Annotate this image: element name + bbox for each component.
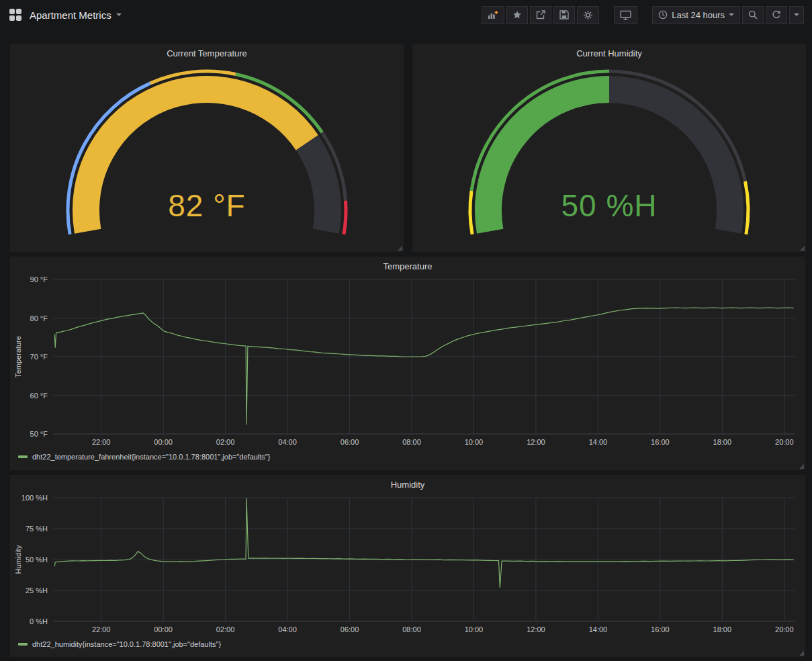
svg-text:12:00: 12:00 <box>527 438 545 446</box>
panel-humidity-graph: Humidity 22:0000:0002:0004:0006:0008:001… <box>10 475 805 657</box>
svg-text:60 °F: 60 °F <box>30 392 48 400</box>
grafana-menu-icon[interactable] <box>9 9 21 21</box>
svg-text:04:00: 04:00 <box>278 438 297 446</box>
temperature-gauge <box>10 61 404 238</box>
panel-resize-handle[interactable] <box>398 246 402 251</box>
refresh-icon <box>772 10 781 19</box>
svg-text:100 %H: 100 %H <box>21 494 48 502</box>
svg-text:16:00: 16:00 <box>651 625 670 633</box>
add-panel-icon <box>488 10 498 19</box>
svg-text:25 %H: 25 %H <box>26 586 48 594</box>
svg-text:20:00: 20:00 <box>775 625 794 633</box>
navbar-actions: Last 24 hours <box>482 6 804 24</box>
zoom-out-button[interactable] <box>742 6 764 24</box>
svg-text:22:00: 22:00 <box>92 625 111 633</box>
share-dashboard-button[interactable] <box>530 6 551 24</box>
legend-label: dht22_temperature_fahrenheit{instance="1… <box>32 453 270 461</box>
dashboard-title-dropdown[interactable]: Apartment Metrics <box>30 9 122 21</box>
magnifier-icon <box>748 10 758 19</box>
cycle-view-button[interactable] <box>614 6 637 24</box>
save-icon <box>559 10 569 19</box>
legend-item[interactable]: dht22_humidity{instance="10.0.1.78:8001"… <box>10 637 805 648</box>
svg-text:50 °F: 50 °F <box>30 430 48 438</box>
svg-text:00:00: 00:00 <box>154 438 173 446</box>
refresh-button[interactable] <box>766 6 787 24</box>
panel-title[interactable]: Temperature <box>10 257 805 274</box>
panel-resize-handle[interactable] <box>800 246 805 251</box>
svg-text:10:00: 10:00 <box>465 625 484 633</box>
star-dashboard-button[interactable] <box>506 6 528 24</box>
svg-text:Temperature: Temperature <box>14 336 22 378</box>
gauge-row: Current Temperature 82 °F Current Humidi… <box>10 44 805 252</box>
legend-item[interactable]: dht22_temperature_fahrenheit{instance="1… <box>10 450 805 461</box>
time-range-picker[interactable]: Last 24 hours <box>652 6 740 24</box>
svg-text:02:00: 02:00 <box>216 625 235 633</box>
time-range-label: Last 24 hours <box>672 10 725 20</box>
svg-text:0 %H: 0 %H <box>30 617 48 625</box>
humidity-chart[interactable]: 22:0000:0002:0004:0006:0008:0010:0012:00… <box>11 492 804 637</box>
gear-icon <box>583 10 593 20</box>
svg-text:75 %H: 75 %H <box>26 525 48 533</box>
series-color-swatch <box>18 455 28 458</box>
panel-title[interactable]: Current Temperature <box>10 44 404 61</box>
svg-text:20:00: 20:00 <box>775 438 794 446</box>
svg-text:Humidity: Humidity <box>14 545 22 574</box>
chevron-down-icon <box>794 13 799 16</box>
save-dashboard-button[interactable] <box>553 6 575 24</box>
svg-text:50 %H: 50 %H <box>26 556 48 564</box>
panel-current-humidity: Current Humidity 50 %H <box>412 44 806 252</box>
series-color-swatch <box>18 643 28 646</box>
svg-text:14:00: 14:00 <box>589 438 608 446</box>
svg-text:04:00: 04:00 <box>278 625 297 633</box>
svg-text:70 °F: 70 °F <box>30 353 48 361</box>
svg-text:06:00: 06:00 <box>341 438 359 446</box>
panel-temperature-graph: Temperature 22:0000:0002:0004:0006:0008:… <box>10 257 805 470</box>
share-icon <box>536 10 545 19</box>
svg-text:12:00: 12:00 <box>527 625 545 633</box>
svg-text:16:00: 16:00 <box>651 438 670 446</box>
page-title: Apartment Metrics <box>30 9 111 21</box>
svg-text:22:00: 22:00 <box>92 438 111 446</box>
svg-text:90 °F: 90 °F <box>30 275 48 283</box>
svg-text:80 °F: 80 °F <box>30 314 48 322</box>
panel-current-temperature: Current Temperature 82 °F <box>10 44 404 252</box>
svg-text:08:00: 08:00 <box>402 625 421 633</box>
dashboard-action-buttons <box>482 6 599 24</box>
svg-text:02:00: 02:00 <box>216 438 235 446</box>
svg-text:00:00: 00:00 <box>154 625 173 633</box>
svg-text:14:00: 14:00 <box>589 625 608 633</box>
dashboard: Current Temperature 82 °F Current Humidi… <box>0 30 812 657</box>
monitor-icon <box>620 10 631 20</box>
svg-text:18:00: 18:00 <box>713 438 732 446</box>
add-panel-button[interactable] <box>482 6 504 24</box>
humidity-gauge <box>412 61 806 238</box>
temperature-chart[interactable]: 22:0000:0002:0004:0006:0008:0010:0012:00… <box>11 274 804 450</box>
chevron-down-icon <box>116 13 122 16</box>
panel-resize-handle[interactable] <box>799 651 804 656</box>
svg-text:10:00: 10:00 <box>465 438 484 446</box>
chevron-down-icon <box>729 13 734 16</box>
dashboard-settings-button[interactable] <box>577 6 599 24</box>
panel-title[interactable]: Humidity <box>10 475 805 492</box>
svg-text:08:00: 08:00 <box>402 438 421 446</box>
svg-text:18:00: 18:00 <box>713 625 732 633</box>
star-icon <box>512 10 522 19</box>
legend-label: dht22_humidity{instance="10.0.1.78:8001"… <box>32 640 221 648</box>
panel-resize-handle[interactable] <box>799 464 804 469</box>
navbar: Apartment Metrics <box>0 0 812 30</box>
time-controls: Last 24 hours <box>652 6 804 24</box>
panel-title[interactable]: Current Humidity <box>412 44 806 61</box>
clock-icon <box>658 10 668 19</box>
refresh-interval-dropdown[interactable] <box>789 6 804 24</box>
svg-text:06:00: 06:00 <box>341 625 359 633</box>
